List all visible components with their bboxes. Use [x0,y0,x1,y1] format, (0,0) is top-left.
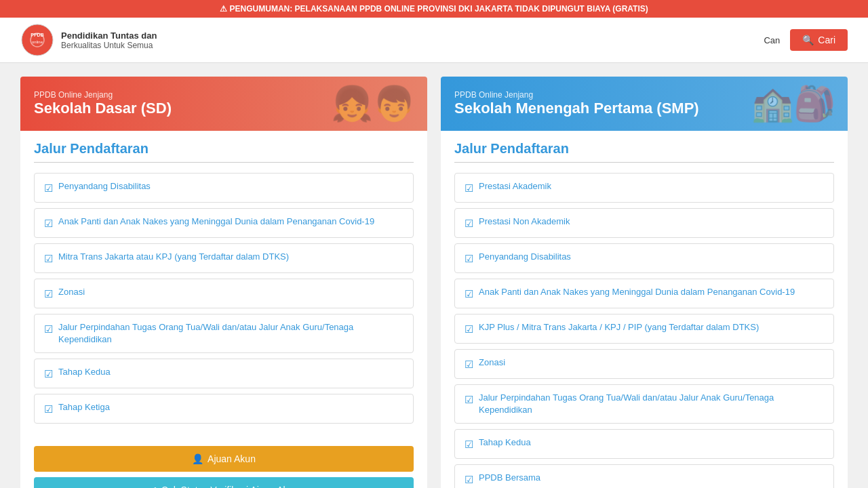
search-label: Cari [818,35,835,45]
sd-jalur-section: Jalur Pendaftaran ☑ Penyandang Disabilit… [20,131,427,439]
search-button[interactable]: 🔍 Cari [790,29,848,51]
sd-ajuan-button[interactable]: 👤 Ajuan Akun [34,446,414,472]
smp-item-text-1: Prestasi Akademik [479,180,551,192]
header-title: Pendidikan Tuntas dan [61,30,157,41]
smp-item-9[interactable]: ☑ PPDB Bersama [454,464,834,488]
nav-link-can[interactable]: Can [764,35,780,45]
smp-item-text-5: KJP Plus / Mitra Trans Jakarta / KPJ / P… [479,321,759,333]
sd-item-text-5: Jalur Perpindahan Tugas Orang Tua/Wali d… [58,321,403,346]
check-icon-4: ☑ [44,287,53,301]
svg-text:online: online [32,40,43,44]
announcement-icon: ⚠ [220,4,227,14]
sd-item-text-7: Tahap Ketiga [58,401,110,413]
sd-item-text-2: Anak Panti dan Anak Nakes yang Meninggal… [58,216,374,228]
smp-item-5[interactable]: ☑ KJP Plus / Mitra Trans Jakarta / KPJ /… [454,314,834,344]
smp-item-8[interactable]: ☑ Tahap Kedua [454,429,834,459]
header-text: Pendidikan Tuntas dan Berkualitas Untuk … [61,30,157,50]
smp-item-text-6: Zonasi [479,357,505,369]
smp-item-text-9: PPDB Bersama [479,472,540,484]
header-subtitle: Berkualitas Untuk Semua [61,41,157,50]
sd-item-2[interactable]: ☑ Anak Panti dan Anak Nakes yang Meningg… [34,208,414,238]
check-circle-icon: ✔ [149,485,157,488]
sd-item-text-4: Zonasi [58,286,85,298]
ppdb-logo: PPDB online [20,23,54,57]
smp-column: PPDB Online Jenjang Sekolah Menengah Per… [441,77,848,488]
sd-item-text-6: Tahap Kedua [58,366,111,378]
main-content: PPDB Online Jenjang Sekolah Dasar (SD) 👧… [0,63,868,488]
smp-check-icon-2: ☑ [465,216,473,230]
sd-illustration: 👧👦 [326,77,420,131]
smp-check-icon-1: ☑ [465,181,473,195]
smp-illustration: 🏫🎒 [746,77,841,131]
check-icon-3: ☑ [44,251,53,266]
smp-check-icon-6: ☑ [465,357,473,371]
check-icon-1: ☑ [44,181,53,195]
check-icon-6: ☑ [44,367,53,381]
smp-item-1[interactable]: ☑ Prestasi Akademik [454,173,834,203]
smp-jalur-title: Jalur Pendaftaran [454,141,834,157]
smp-check-icon-5: ☑ [465,322,473,336]
smp-item-2[interactable]: ☑ Prestasi Non Akademik [454,208,834,238]
check-icon-5: ☑ [44,322,53,336]
smp-item-text-3: Penyandang Disabilitas [479,251,571,263]
smp-item-4[interactable]: ☑ Anak Panti dan Anak Nakes yang Meningg… [454,279,834,308]
sd-item-3[interactable]: ☑ Mitra Trans Jakarta atau KPJ (yang Ter… [34,243,414,273]
smp-check-icon-3: ☑ [465,251,473,266]
check-icon-7: ☑ [44,402,53,416]
smp-item-text-4: Anak Panti dan Anak Nakes yang Meninggal… [479,286,795,298]
smp-jalur-divider [454,162,834,163]
sd-cek-button[interactable]: ✔ Cek Status Verifikasi Ajuan Akun [34,477,414,488]
sd-jalur-title: Jalur Pendaftaran [34,141,414,157]
smp-item-text-8: Tahap Kedua [479,436,531,449]
smp-check-icon-9: ☑ [465,472,473,487]
smp-check-icon-7: ☑ [465,392,473,407]
smp-item-text-7: Jalur Perpindahan Tugas Orang Tua/Wali d… [479,392,824,416]
logo-area: PPDB online Pendidikan Tuntas dan Berkua… [20,23,157,57]
smp-item-6[interactable]: ☑ Zonasi [454,349,834,379]
user-icon: 👤 [192,453,203,464]
announcement-text: PENGUMUMAN: PELAKSANAAN PPDB ONLINE PROV… [230,4,648,14]
sd-jalur-divider [34,162,414,163]
sd-cek-label: Cek Status Verifikasi Ajuan Akun [161,485,298,488]
sd-item-1[interactable]: ☑ Penyandang Disabilitas [34,173,414,203]
sd-item-text-3: Mitra Trans Jakarta atau KPJ (yang Terda… [58,251,289,263]
sd-ajuan-label: Ajuan Akun [208,453,256,464]
announcement-bar: ⚠ PENGUMUMAN: PELAKSANAAN PPDB ONLINE PR… [0,0,868,18]
search-icon: 🔍 [802,35,814,45]
nav-top-right: Can 🔍 Cari [764,29,848,51]
header: PPDB online Pendidikan Tuntas dan Berkua… [0,18,868,63]
sd-item-4[interactable]: ☑ Zonasi [34,279,414,308]
sd-item-7[interactable]: ☑ Tahap Ketiga [34,394,414,424]
smp-item-3[interactable]: ☑ Penyandang Disabilitas [454,243,834,273]
smp-check-icon-4: ☑ [465,287,473,301]
smp-check-icon-8: ☑ [465,437,473,451]
sd-item-text-1: Penyandang Disabilitas [58,180,151,192]
sd-column: PPDB Online Jenjang Sekolah Dasar (SD) 👧… [20,77,427,488]
sd-item-5[interactable]: ☑ Jalur Perpindahan Tugas Orang Tua/Wali… [34,314,414,353]
check-icon-2: ☑ [44,216,53,230]
sd-item-6[interactable]: ☑ Tahap Kedua [34,359,414,388]
sd-banner: PPDB Online Jenjang Sekolah Dasar (SD) 👧… [20,77,427,131]
smp-banner: PPDB Online Jenjang Sekolah Menengah Per… [441,77,848,131]
smp-item-text-2: Prestasi Non Akademik [479,216,570,228]
smp-jalur-section: Jalur Pendaftaran ☑ Prestasi Akademik ☑ … [441,131,848,488]
smp-item-7[interactable]: ☑ Jalur Perpindahan Tugas Orang Tua/Wali… [454,384,834,424]
sd-action-buttons: 👤 Ajuan Akun ✔ Cek Status Verifikasi Aju… [20,439,427,488]
